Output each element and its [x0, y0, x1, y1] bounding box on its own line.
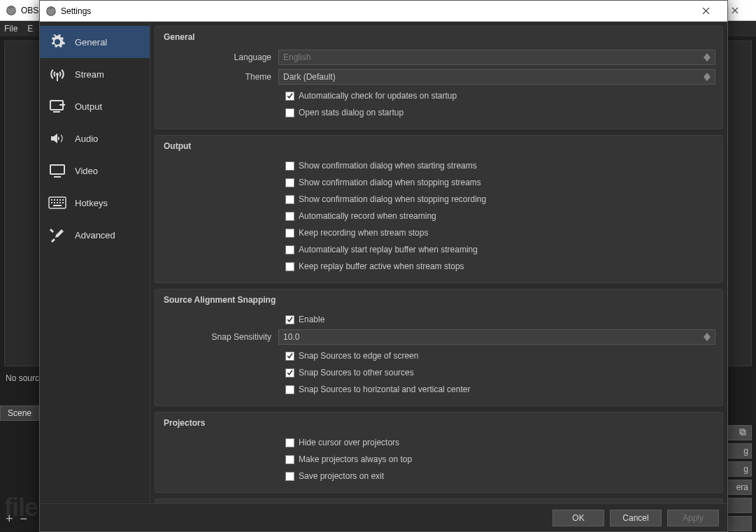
checkbox-output-1[interactable]: [285, 178, 294, 187]
tools-icon: [48, 226, 66, 244]
svg-rect-13: [62, 199, 64, 201]
check-label: Hide cursor over projectors: [299, 438, 399, 447]
svg-rect-7: [54, 176, 61, 178]
apply-button[interactable]: Apply: [667, 510, 719, 526]
settings-sidebar: General Stream Output Audio Video Hotkey…: [40, 22, 150, 503]
menu-edit[interactable]: E: [27, 24, 33, 34]
checkbox-output-6[interactable]: [285, 262, 294, 271]
section-projectors: Projectors Hide cursor over projectorsMa…: [155, 412, 723, 493]
check-label: Automatically record when streaming: [299, 211, 436, 221]
section-title: Source Alignment Snapping: [164, 295, 715, 305]
checkbox-output-4[interactable]: [285, 229, 294, 238]
checkbox-general-1[interactable]: [285, 108, 294, 117]
updown-icon: [704, 331, 713, 343]
sidebar-item-label: Hotkeys: [75, 198, 108, 208]
check-label: Keep replay buffer active when stream st…: [299, 261, 464, 271]
check-label: Snap Sources to edge of screen: [299, 351, 418, 361]
checkbox-projector-0[interactable]: [285, 438, 294, 447]
scene-tab[interactable]: Scene: [0, 405, 39, 421]
svg-rect-14: [51, 202, 52, 203]
obs-title: OBS: [21, 6, 38, 15]
check-label: Open stats dialog on startup: [299, 108, 404, 117]
sidebar-item-label: Stream: [75, 69, 104, 80]
keyboard-icon: [48, 194, 66, 212]
check-label: Show confirmation dialog when stopping s…: [299, 178, 481, 187]
section-title: Projectors: [164, 418, 715, 428]
svg-rect-11: [57, 199, 58, 201]
sidebar-item-label: Advanced: [75, 230, 115, 240]
section-title: Output: [164, 141, 715, 151]
settings-dialog: Settings General Stream Output Audio: [39, 0, 728, 532]
svg-rect-6: [50, 165, 64, 174]
section-title: General: [164, 32, 715, 42]
section-output: Output Show confirmation dialog when sta…: [155, 135, 723, 283]
settings-content: General Language English Theme Dark (D: [150, 22, 727, 503]
svg-rect-2: [741, 431, 746, 435]
sidebar-item-label: Audio: [75, 134, 98, 144]
sidebar-item-audio[interactable]: Audio: [40, 122, 150, 154]
check-label: Save projectors on exit: [299, 471, 384, 481]
check-label: Show confirmation dialog when stopping r…: [299, 194, 486, 204]
checkbox-output-3[interactable]: [285, 212, 294, 221]
checkbox-snap-1[interactable]: [285, 368, 294, 378]
gear-icon: [48, 33, 66, 51]
sidebar-item-general[interactable]: General: [40, 26, 150, 58]
section-system-tray: System Tray EnableMinimize to system tra…: [155, 498, 723, 503]
check-label: Enable: [299, 315, 324, 324]
theme-label: Theme: [164, 72, 278, 82]
check-label: Keep recording when stream stops: [299, 228, 428, 238]
checkbox-projector-1[interactable]: [285, 455, 294, 464]
snap-sensitivity-label: Snap Sensitivity: [164, 332, 278, 342]
close-button[interactable]: [690, 1, 722, 21]
snap-sensitivity-input[interactable]: 10.0: [278, 329, 715, 345]
svg-rect-10: [54, 199, 55, 201]
sidebar-item-video[interactable]: Video: [40, 154, 150, 187]
checkbox-output-5[interactable]: [285, 245, 294, 254]
checkbox-output-2[interactable]: [285, 195, 294, 204]
checkbox-projector-2[interactable]: [285, 472, 294, 481]
svg-rect-15: [54, 202, 55, 203]
cancel-button[interactable]: Cancel: [610, 510, 662, 526]
updown-icon: [704, 51, 713, 64]
obs-logo-icon: [6, 5, 17, 16]
section-snapping: Source Alignment Snapping Enable Snap Se…: [155, 289, 723, 406]
svg-rect-5: [53, 111, 60, 113]
svg-rect-1: [740, 429, 744, 433]
checkbox-output-0[interactable]: [285, 161, 294, 171]
svg-rect-12: [59, 199, 61, 201]
ok-button[interactable]: OK: [552, 510, 604, 526]
svg-rect-18: [62, 202, 64, 203]
check-label: Automatically start replay buffer when s…: [299, 245, 478, 254]
antenna-icon: [48, 65, 66, 83]
settings-title: Settings: [61, 6, 91, 16]
theme-select[interactable]: Dark (Default): [278, 69, 715, 85]
checkbox-snapping-enable[interactable]: [285, 315, 294, 324]
sidebar-item-stream[interactable]: Stream: [40, 58, 150, 90]
checkbox-snap-0[interactable]: [285, 352, 294, 361]
check-label: Make projectors always on top: [299, 454, 412, 464]
svg-rect-19: [53, 205, 62, 206]
check-label: Snap Sources to other sources: [299, 368, 414, 378]
checkbox-snap-2[interactable]: [285, 385, 294, 394]
no-sources-text: No sourc: [6, 373, 39, 383]
remove-scene-icon[interactable]: −: [20, 512, 28, 526]
menu-file[interactable]: File: [4, 24, 17, 34]
sidebar-item-label: Video: [75, 166, 98, 176]
speaker-icon: [48, 129, 66, 148]
sidebar-item-output[interactable]: Output: [40, 90, 150, 122]
settings-footer: OK Cancel Apply: [40, 503, 727, 531]
check-label: Snap Sources to horizontal and vertical …: [299, 384, 470, 394]
add-scene-icon[interactable]: +: [6, 512, 13, 526]
sidebar-item-hotkeys[interactable]: Hotkeys: [40, 187, 150, 219]
svg-rect-16: [57, 202, 58, 203]
copy-icon[interactable]: [739, 428, 747, 438]
updown-icon: [704, 71, 713, 83]
sidebar-item-label: Output: [75, 101, 102, 112]
output-icon: [48, 97, 66, 115]
sidebar-item-advanced[interactable]: Advanced: [40, 219, 150, 251]
checkbox-general-0[interactable]: [285, 92, 294, 101]
monitor-icon: [48, 161, 66, 180]
language-select[interactable]: English: [278, 50, 715, 65]
svg-rect-9: [51, 199, 52, 201]
sidebar-item-label: General: [75, 37, 107, 48]
